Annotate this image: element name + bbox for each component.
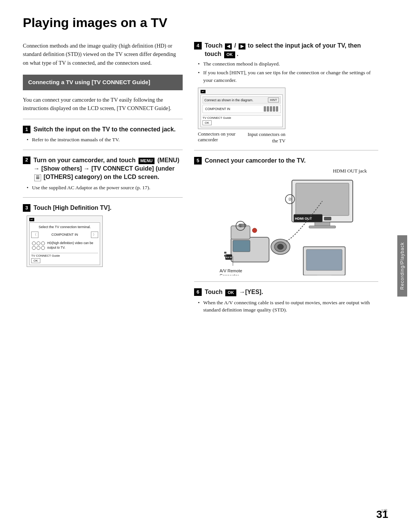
step4-footer: TV CONNECT Guide OK xyxy=(202,115,281,125)
intro-text: Connection methods and the image quality… xyxy=(23,42,183,67)
step-1-text: Switch the input on the TV to the connec… xyxy=(33,125,183,134)
page-number: 31 xyxy=(376,508,388,521)
svg-text:②: ② xyxy=(288,197,292,201)
nav-right-btn: 〉 xyxy=(91,232,98,238)
screen-back-btn: ↩ xyxy=(29,218,34,221)
diagram-labels: Connectors on your camcorder Input conne… xyxy=(198,131,285,144)
svg-point-12 xyxy=(277,244,284,249)
conn-4 xyxy=(273,106,275,112)
hint-btn: HINT xyxy=(268,97,279,102)
divider-right-1 xyxy=(194,150,378,150)
component-in-label: COMPONENT IN xyxy=(205,107,230,111)
screen-content-row: HD(high definition) video can be output … xyxy=(31,240,98,251)
step-6-ok-badge: OK xyxy=(225,289,236,296)
svg-rect-22 xyxy=(306,249,342,270)
svg-rect-3 xyxy=(309,226,336,228)
step-4: 4 Touch ◀ / ▶ to select the input jack o… xyxy=(194,42,378,144)
svg-text:Connector: Connector xyxy=(220,273,239,275)
step-1: 1 Switch the input on the TV to the conn… xyxy=(23,125,183,144)
step-2-text-part1: Turn on your camcorder, and touch xyxy=(33,157,135,163)
step-3-screen: ↩ Select the TV connection terminal. 〈 C… xyxy=(27,216,103,267)
diagram-label-left: Connectors on your camcorder xyxy=(198,131,244,144)
divider-3 xyxy=(23,197,183,198)
step-4-bullets: The connection mehood is displayed. If y… xyxy=(194,60,378,84)
step-4-diagram-area: ↩ Connect as shown in the diagram. HINT … xyxy=(198,88,378,144)
step-5: 5 Connect your camcorder to the TV. HDMI… xyxy=(194,157,378,275)
step-2-bullet-1: Use the supplied AC Adaptor as the power… xyxy=(27,184,183,192)
divider-right-2 xyxy=(194,281,378,282)
step-2-text: Turn on your camcorder, and touch MENU (… xyxy=(33,156,183,182)
step-2-text-part3: [OTHERS] category) on the LCD screen. xyxy=(43,174,159,180)
step-3-text: Touch [High Definition TV]. xyxy=(33,204,183,212)
step-4-title: 4 Touch ◀ / ▶ to select the input jack o… xyxy=(194,42,378,59)
conn-3 xyxy=(270,106,272,112)
circle-4 xyxy=(32,246,36,250)
main-content: Playing images on a TV Connection method… xyxy=(0,0,397,532)
svg-point-20 xyxy=(252,228,257,233)
circle-1 xyxy=(32,241,36,245)
step-6-text-part2: →[YES]. xyxy=(239,289,263,295)
hdmi-diagram-area: HDMI OUT jack HDMI OUT xyxy=(194,168,378,275)
screen-footer: TV CONNECT Guide OK xyxy=(31,253,98,263)
screen-nav-row: 〈 COMPONENT IN 〉 xyxy=(31,231,98,239)
others-icon: ☰ xyxy=(34,174,41,181)
connect-msg: Connect as shown in the diagram. xyxy=(204,98,253,102)
hd-label: HD(high definition) video can be output … xyxy=(47,241,97,250)
step-4-number: 4 xyxy=(194,42,202,50)
svg-text:HDMI OUT: HDMI OUT xyxy=(295,217,312,220)
step4-ok-btn: OK xyxy=(202,120,212,125)
conn-2 xyxy=(267,106,269,112)
step-4-bullet-2: If you touch [HINT], you can see tips fo… xyxy=(198,69,378,84)
step4-screen-back: ↩ xyxy=(201,90,206,93)
step-3-number: 3 xyxy=(23,204,30,212)
diagram-label-right: Input connectors on the TV xyxy=(244,131,285,144)
section-body: You can connect your camcorder to the TV… xyxy=(23,96,183,113)
side-tab-label: Recording/Playback xyxy=(397,235,407,297)
screen-select-text: Select the TV connection terminal. xyxy=(31,224,98,230)
svg-rect-1 xyxy=(296,183,349,216)
footer-text: TV CONNECT Guide xyxy=(31,254,98,257)
svg-text:A/V Remote: A/V Remote xyxy=(220,268,242,273)
step-3: 3 Touch [High Definition TV]. ↩ Select t… xyxy=(23,204,183,267)
step-4-text: Touch ◀ / ▶ to select the input jack of … xyxy=(205,42,378,59)
connector-icons xyxy=(264,106,278,112)
divider-1 xyxy=(23,119,183,119)
side-tab: Recording/Playback xyxy=(397,0,411,532)
circle-2 xyxy=(37,241,40,245)
step4-inner-box: Connect as shown in the diagram. HINT CO… xyxy=(201,94,283,127)
btn-right: ▶ xyxy=(239,43,245,50)
conn-1 xyxy=(264,106,266,112)
period: . xyxy=(237,51,238,57)
hdmi-illustration: HDMI OUT ② xyxy=(212,176,360,275)
step-2-number: 2 xyxy=(23,157,30,164)
btn-left: ◀ xyxy=(225,43,232,50)
left-column: Connection methods and the image quality… xyxy=(23,42,183,319)
step-4-text-part1: Touch xyxy=(205,42,223,49)
step-6: 6 Touch OK →[YES]. When the A/V connecti… xyxy=(194,288,378,314)
circle-3 xyxy=(41,241,45,245)
hdmi-label: HDMI OUT jack xyxy=(194,168,378,174)
step-5-text: Connect your camcorder to the TV. xyxy=(205,157,378,165)
page-title: Playing images on a TV xyxy=(23,15,378,30)
svg-rect-6 xyxy=(324,217,331,220)
circle-5 xyxy=(37,246,40,250)
step-3-title: 3 Touch [High Definition TV]. xyxy=(23,204,183,212)
step-2: 2 Turn on your camcorder, and touch MENU… xyxy=(23,156,183,192)
conn-5 xyxy=(276,106,278,112)
step-1-bullet-1: Refer to the instruction manuals of the … xyxy=(27,136,183,144)
step-5-title: 5 Connect your camcorder to the TV. xyxy=(194,157,378,165)
page-container: Playing images on a TV Connection method… xyxy=(0,0,411,532)
two-column-layout: Connection methods and the image quality… xyxy=(23,42,378,319)
step-2-bullets: Use the supplied AC Adaptor as the power… xyxy=(23,184,183,192)
svg-rect-18 xyxy=(224,255,226,257)
screen-circles-left xyxy=(32,241,45,250)
step-1-bullets: Refer to the instruction manuals of the … xyxy=(23,136,183,144)
nav-left-btn: 〈 xyxy=(31,232,38,238)
component-row: COMPONENT IN xyxy=(202,105,281,113)
divider-2 xyxy=(23,150,183,150)
step-1-title: 1 Switch the input on the TV to the conn… xyxy=(23,125,183,134)
section-header: Connecting a TV using [TV CONNECT Guide] xyxy=(23,75,183,90)
ok-badge: OK xyxy=(224,51,235,58)
step-6-text: Touch OK →[YES]. xyxy=(205,288,378,296)
ok-btn: OK xyxy=(31,258,40,263)
